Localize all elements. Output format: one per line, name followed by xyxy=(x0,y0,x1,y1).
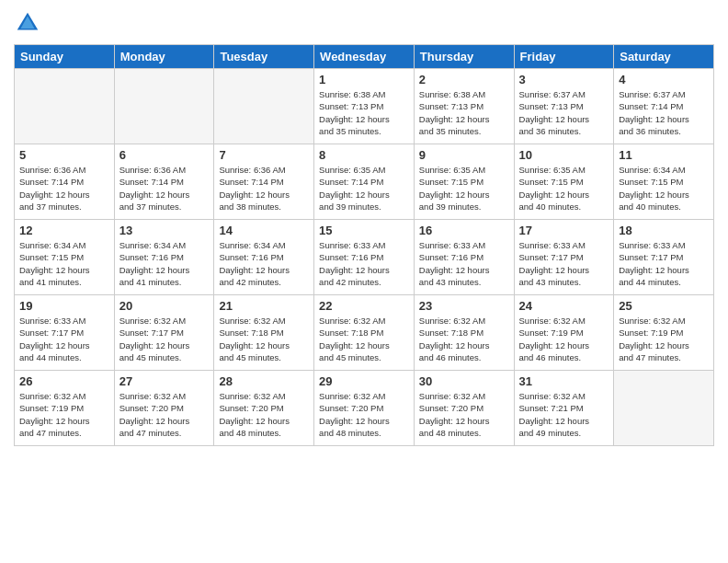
day-number: 30 xyxy=(419,374,509,388)
day-info: Sunrise: 6:36 AM Sunset: 7:14 PM Dayligh… xyxy=(219,164,309,213)
day-info: Sunrise: 6:38 AM Sunset: 7:13 PM Dayligh… xyxy=(419,88,509,137)
day-number: 8 xyxy=(319,148,409,162)
day-number: 19 xyxy=(19,299,109,313)
calendar-cell: 30Sunrise: 6:32 AM Sunset: 7:20 PM Dayli… xyxy=(414,371,514,446)
calendar-cell: 19Sunrise: 6:33 AM Sunset: 7:17 PM Dayli… xyxy=(15,295,115,371)
day-number: 22 xyxy=(319,299,409,313)
day-number: 21 xyxy=(219,299,309,313)
day-number: 12 xyxy=(19,224,109,237)
calendar-cell: 15Sunrise: 6:33 AM Sunset: 7:16 PM Dayli… xyxy=(314,220,415,295)
calendar-cell xyxy=(214,69,314,144)
day-info: Sunrise: 6:38 AM Sunset: 7:13 PM Dayligh… xyxy=(319,88,409,137)
calendar-cell: 29Sunrise: 6:32 AM Sunset: 7:20 PM Dayli… xyxy=(314,371,415,446)
calendar-cell: 26Sunrise: 6:32 AM Sunset: 7:19 PM Dayli… xyxy=(15,371,115,446)
day-info: Sunrise: 6:35 AM Sunset: 7:15 PM Dayligh… xyxy=(519,164,609,213)
day-number: 6 xyxy=(119,148,210,162)
calendar-cell: 4Sunrise: 6:37 AM Sunset: 7:14 PM Daylig… xyxy=(614,69,714,144)
calendar-cell: 24Sunrise: 6:32 AM Sunset: 7:19 PM Dayli… xyxy=(514,295,614,371)
day-number: 26 xyxy=(19,374,109,388)
day-info: Sunrise: 6:35 AM Sunset: 7:14 PM Dayligh… xyxy=(319,164,409,213)
day-info: Sunrise: 6:32 AM Sunset: 7:20 PM Dayligh… xyxy=(319,390,409,439)
calendar-header-wednesday: Wednesday xyxy=(314,45,415,69)
calendar-cell: 28Sunrise: 6:32 AM Sunset: 7:20 PM Dayli… xyxy=(214,371,314,446)
day-info: Sunrise: 6:32 AM Sunset: 7:18 PM Dayligh… xyxy=(319,315,409,363)
day-info: Sunrise: 6:36 AM Sunset: 7:14 PM Dayligh… xyxy=(19,164,109,213)
day-info: Sunrise: 6:33 AM Sunset: 7:16 PM Dayligh… xyxy=(319,239,409,288)
calendar-header-tuesday: Tuesday xyxy=(214,45,314,69)
day-number: 11 xyxy=(619,148,709,162)
calendar-week-4: 19Sunrise: 6:33 AM Sunset: 7:17 PM Dayli… xyxy=(15,295,714,371)
day-number: 16 xyxy=(419,224,509,237)
logo xyxy=(14,9,45,37)
day-info: Sunrise: 6:34 AM Sunset: 7:16 PM Dayligh… xyxy=(119,239,210,288)
header xyxy=(14,9,714,37)
calendar-cell: 16Sunrise: 6:33 AM Sunset: 7:16 PM Dayli… xyxy=(414,220,514,295)
day-number: 3 xyxy=(519,73,609,86)
day-info: Sunrise: 6:34 AM Sunset: 7:16 PM Dayligh… xyxy=(219,239,309,288)
day-info: Sunrise: 6:36 AM Sunset: 7:14 PM Dayligh… xyxy=(119,164,210,213)
calendar-cell: 7Sunrise: 6:36 AM Sunset: 7:14 PM Daylig… xyxy=(214,144,314,220)
day-number: 15 xyxy=(319,224,409,237)
calendar-cell: 14Sunrise: 6:34 AM Sunset: 7:16 PM Dayli… xyxy=(214,220,314,295)
day-info: Sunrise: 6:33 AM Sunset: 7:17 PM Dayligh… xyxy=(19,315,109,363)
day-info: Sunrise: 6:32 AM Sunset: 7:19 PM Dayligh… xyxy=(19,390,109,439)
day-number: 1 xyxy=(319,73,409,86)
day-info: Sunrise: 6:32 AM Sunset: 7:20 PM Dayligh… xyxy=(119,390,210,439)
calendar-header-friday: Friday xyxy=(514,45,614,69)
calendar-cell xyxy=(114,69,214,144)
calendar-cell: 8Sunrise: 6:35 AM Sunset: 7:14 PM Daylig… xyxy=(314,144,415,220)
day-info: Sunrise: 6:32 AM Sunset: 7:19 PM Dayligh… xyxy=(619,315,709,363)
day-info: Sunrise: 6:33 AM Sunset: 7:17 PM Dayligh… xyxy=(519,239,609,288)
day-number: 25 xyxy=(619,299,709,313)
day-number: 2 xyxy=(419,73,509,86)
calendar-header-saturday: Saturday xyxy=(614,45,714,69)
calendar-cell: 18Sunrise: 6:33 AM Sunset: 7:17 PM Dayli… xyxy=(614,220,714,295)
day-info: Sunrise: 6:33 AM Sunset: 7:16 PM Dayligh… xyxy=(419,239,509,288)
day-info: Sunrise: 6:32 AM Sunset: 7:18 PM Dayligh… xyxy=(419,315,509,363)
calendar-body: 1Sunrise: 6:38 AM Sunset: 7:13 PM Daylig… xyxy=(15,69,714,446)
day-number: 10 xyxy=(519,148,609,162)
header-row: SundayMondayTuesdayWednesdayThursdayFrid… xyxy=(15,45,714,69)
day-info: Sunrise: 6:33 AM Sunset: 7:17 PM Dayligh… xyxy=(619,239,709,288)
day-number: 29 xyxy=(319,374,409,388)
calendar-cell: 3Sunrise: 6:37 AM Sunset: 7:13 PM Daylig… xyxy=(514,69,614,144)
calendar-cell: 2Sunrise: 6:38 AM Sunset: 7:13 PM Daylig… xyxy=(414,69,514,144)
calendar-cell: 22Sunrise: 6:32 AM Sunset: 7:18 PM Dayli… xyxy=(314,295,415,371)
day-info: Sunrise: 6:32 AM Sunset: 7:20 PM Dayligh… xyxy=(219,390,309,439)
calendar-cell: 27Sunrise: 6:32 AM Sunset: 7:20 PM Dayli… xyxy=(114,371,214,446)
day-number: 9 xyxy=(419,148,509,162)
calendar-week-2: 5Sunrise: 6:36 AM Sunset: 7:14 PM Daylig… xyxy=(15,144,714,220)
day-number: 31 xyxy=(519,374,609,388)
calendar-header-monday: Monday xyxy=(114,45,214,69)
day-info: Sunrise: 6:32 AM Sunset: 7:20 PM Dayligh… xyxy=(419,390,509,439)
calendar-cell: 25Sunrise: 6:32 AM Sunset: 7:19 PM Dayli… xyxy=(614,295,714,371)
calendar-cell: 5Sunrise: 6:36 AM Sunset: 7:14 PM Daylig… xyxy=(15,144,115,220)
calendar-cell: 20Sunrise: 6:32 AM Sunset: 7:17 PM Dayli… xyxy=(114,295,214,371)
calendar-week-1: 1Sunrise: 6:38 AM Sunset: 7:13 PM Daylig… xyxy=(15,69,714,144)
calendar-cell: 6Sunrise: 6:36 AM Sunset: 7:14 PM Daylig… xyxy=(114,144,214,220)
day-number: 18 xyxy=(619,224,709,237)
calendar-cell xyxy=(15,69,115,144)
calendar-cell: 10Sunrise: 6:35 AM Sunset: 7:15 PM Dayli… xyxy=(514,144,614,220)
calendar-cell: 23Sunrise: 6:32 AM Sunset: 7:18 PM Dayli… xyxy=(414,295,514,371)
day-info: Sunrise: 6:37 AM Sunset: 7:14 PM Dayligh… xyxy=(619,88,709,137)
day-number: 24 xyxy=(519,299,609,313)
calendar-cell: 13Sunrise: 6:34 AM Sunset: 7:16 PM Dayli… xyxy=(114,220,214,295)
logo-icon xyxy=(14,9,41,37)
calendar-cell: 11Sunrise: 6:34 AM Sunset: 7:15 PM Dayli… xyxy=(614,144,714,220)
day-info: Sunrise: 6:32 AM Sunset: 7:21 PM Dayligh… xyxy=(519,390,609,439)
calendar-cell: 1Sunrise: 6:38 AM Sunset: 7:13 PM Daylig… xyxy=(314,69,415,144)
calendar-header: SundayMondayTuesdayWednesdayThursdayFrid… xyxy=(15,45,714,69)
calendar-header-sunday: Sunday xyxy=(15,45,115,69)
day-number: 14 xyxy=(219,224,309,237)
calendar-cell: 12Sunrise: 6:34 AM Sunset: 7:15 PM Dayli… xyxy=(15,220,115,295)
day-info: Sunrise: 6:34 AM Sunset: 7:15 PM Dayligh… xyxy=(619,164,709,213)
day-number: 27 xyxy=(119,374,210,388)
calendar-cell: 9Sunrise: 6:35 AM Sunset: 7:15 PM Daylig… xyxy=(414,144,514,220)
day-number: 4 xyxy=(619,73,709,86)
page: SundayMondayTuesdayWednesdayThursdayFrid… xyxy=(0,0,728,563)
day-number: 23 xyxy=(419,299,509,313)
day-info: Sunrise: 6:32 AM Sunset: 7:18 PM Dayligh… xyxy=(219,315,309,363)
day-info: Sunrise: 6:35 AM Sunset: 7:15 PM Dayligh… xyxy=(419,164,509,213)
day-info: Sunrise: 6:32 AM Sunset: 7:17 PM Dayligh… xyxy=(119,315,210,363)
